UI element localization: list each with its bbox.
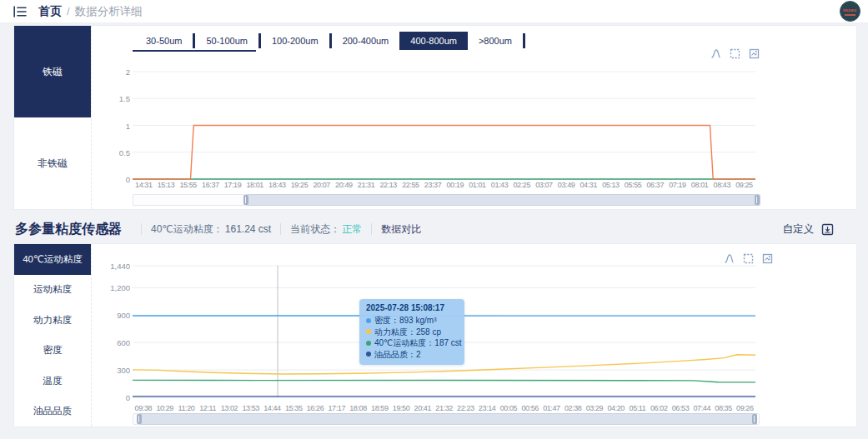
- sidebar-item-40c-viscosity[interactable]: 40℃运动粘度: [14, 244, 91, 275]
- particle-chart-area: 30-50um 50-100um 100-200um 200-400um 400…: [92, 26, 856, 209]
- tab-30-50um[interactable]: 30-50um: [135, 32, 193, 50]
- x-axis-labels: 14:3115:1315:5516:3717:1918:0118:4319:25…: [133, 181, 755, 189]
- datazoom-slider[interactable]: [133, 413, 760, 425]
- x-tick-label: 19:50: [390, 404, 412, 412]
- sidebar-item-kinematic-viscosity[interactable]: 运动粘度: [14, 275, 91, 306]
- sidebar-item-oil-quality[interactable]: 油品品质: [14, 397, 91, 427]
- x-tick-label: 14:44: [262, 404, 283, 412]
- y-tick-label: 0: [97, 393, 130, 402]
- top-bar: 首页 / 数据分析详细 inzec: [0, 0, 868, 23]
- x-tick-label: 17:19: [222, 181, 244, 189]
- x-tick-label: 22:23: [454, 404, 476, 412]
- box-select-icon[interactable]: [730, 48, 740, 59]
- x-tick-label: 04:20: [605, 404, 627, 412]
- box-select-icon[interactable]: [743, 253, 754, 264]
- particle-panel: 铁磁 非铁磁 30-50um 50-100um 100-200um 200-40…: [13, 25, 857, 210]
- x-tick-label: 00:56: [519, 404, 541, 412]
- divider: [371, 223, 372, 235]
- x-tick-label: 18:01: [243, 181, 266, 189]
- x-tick-label: 22:13: [377, 181, 399, 189]
- x-tick-label: 00:19: [444, 181, 466, 189]
- x-tick-label: 22:55: [399, 181, 422, 189]
- tooltip-row: 动力粘度：258 cp: [366, 327, 458, 338]
- data-compare-link[interactable]: 数据对比: [381, 222, 421, 237]
- divider: [141, 223, 142, 235]
- x-tick-label: 07:44: [691, 404, 713, 412]
- dynamic-viscosity-dot: [366, 329, 371, 334]
- x-tick-label: 09:25: [733, 181, 755, 189]
- x-tick-label: 13:53: [240, 404, 262, 412]
- x-tick-label: 18:59: [369, 404, 390, 412]
- datazoom-handle-left[interactable]: [243, 195, 248, 205]
- datazoom-window[interactable]: [138, 413, 757, 425]
- x-tick-label: 15:13: [155, 181, 178, 189]
- x-tick-label: 05:13: [600, 181, 622, 189]
- viscosity-value: 161.24 cst: [225, 223, 271, 235]
- custom-range-button[interactable]: 自定义: [783, 222, 835, 237]
- datazoom-handle-left[interactable]: [137, 414, 142, 424]
- save-image-icon[interactable]: [762, 253, 773, 264]
- sidebar-item-temperature[interactable]: 温度: [14, 366, 91, 397]
- tooltip-row: 40℃运动粘度：187 cst: [366, 337, 458, 349]
- tab-gt800um[interactable]: >800um: [468, 32, 523, 50]
- density-dot: [366, 318, 371, 323]
- sidebar-item-ferromagnetic[interactable]: 铁磁: [14, 26, 91, 117]
- x-tick-label: 21:32: [434, 404, 455, 412]
- viscosity-40c-dot: [366, 341, 371, 346]
- y-axis-ticks: 21.510.50: [97, 72, 130, 179]
- x-tick-label: 06:02: [648, 404, 670, 412]
- x-tick-label: 02:25: [510, 181, 533, 189]
- y-tick-label: 1,440: [97, 262, 130, 271]
- status-badge: 正常: [342, 222, 362, 237]
- y-tick-label: 0: [97, 175, 130, 184]
- tooltip-row: 油品品质：2: [366, 349, 458, 361]
- datazoom-slider[interactable]: [133, 194, 760, 206]
- status-label: 当前状态：: [290, 222, 340, 237]
- divider: [280, 223, 281, 235]
- x-tick-label: 02:38: [562, 404, 584, 412]
- x-tick-label: 04:31: [577, 181, 600, 189]
- curve-icon[interactable]: [710, 48, 721, 59]
- tab-underline: [133, 50, 256, 52]
- datazoom-window[interactable]: [246, 194, 760, 206]
- x-tick-label: 12:11: [197, 404, 218, 412]
- x-tick-label: 00:05: [498, 404, 519, 412]
- x-tick-label: 08:35: [713, 404, 735, 412]
- size-range-tabs: 30-50um 50-100um 100-200um 200-400um 400…: [135, 32, 525, 50]
- datazoom-handle-right[interactable]: [752, 414, 757, 424]
- x-tick-label: 15:55: [177, 181, 199, 189]
- tab-50-100um[interactable]: 50-100um: [195, 32, 258, 50]
- particle-line-chart[interactable]: [133, 72, 755, 179]
- x-tick-label: 18:43: [266, 181, 288, 189]
- sidebar-item-density[interactable]: 密度: [14, 336, 91, 367]
- avatar-text: inzec: [843, 7, 857, 12]
- x-tick-label: 23:14: [476, 404, 498, 412]
- x-tick-label: 01:47: [541, 404, 563, 412]
- section-title: 多参量粘度传感器: [15, 221, 122, 238]
- breadcrumb-separator: /: [67, 5, 70, 17]
- x-tick-label: 15:35: [283, 404, 304, 412]
- tab-200-400um[interactable]: 200-400um: [332, 32, 400, 50]
- x-tick-label: 16:26: [304, 404, 326, 412]
- viscosity-sidebar: 40℃运动粘度 运动粘度 动力粘度 密度 温度 油品品质: [14, 244, 92, 427]
- y-tick-label: 1,200: [97, 283, 130, 292]
- viscosity-panel: 40℃运动粘度 运动粘度 动力粘度 密度 温度 油品品质 1,4401,2009…: [13, 243, 857, 427]
- datazoom-handle-right[interactable]: [755, 195, 760, 205]
- user-avatar[interactable]: inzec: [840, 1, 860, 22]
- tooltip-row: 密度：893 kg/m³: [366, 315, 458, 327]
- chart-toolbox: [710, 48, 760, 59]
- x-tick-label: 07:19: [666, 181, 689, 189]
- x-tick-label: 01:01: [466, 181, 489, 189]
- tab-400-800um[interactable]: 400-800um: [399, 32, 468, 50]
- x-tick-label: 14:31: [133, 181, 155, 189]
- menu-fold-icon[interactable]: [13, 6, 27, 17]
- x-tick-label: 13:02: [218, 404, 240, 412]
- breadcrumb-home[interactable]: 首页: [38, 4, 62, 19]
- tab-100-200um[interactable]: 100-200um: [261, 32, 329, 50]
- curve-icon[interactable]: [724, 253, 735, 264]
- x-tick-label: 03:29: [584, 404, 605, 412]
- sidebar-item-dynamic-viscosity[interactable]: 动力粘度: [14, 305, 91, 336]
- sidebar-item-nonferromagnetic[interactable]: 非铁磁: [14, 117, 91, 209]
- save-image-icon[interactable]: [749, 48, 760, 59]
- tooltip-datetime: 2025-07-28 15:08:17: [366, 303, 458, 312]
